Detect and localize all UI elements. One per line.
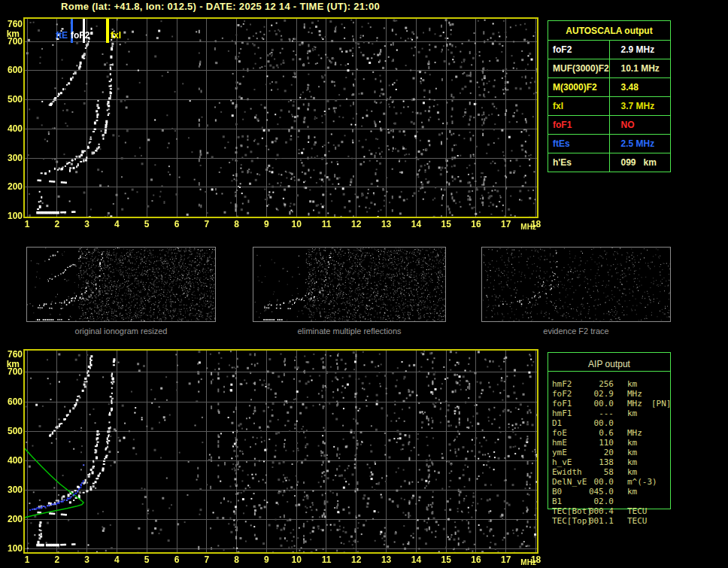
autoscala-screen: Rome (lat: +41.8, lon: 012.5) - DATE: 20… xyxy=(0,0,728,568)
ionogram-bottom-x-tick-15: 15 xyxy=(441,555,451,564)
ionogram-top-x-tick-9: 9 xyxy=(264,220,269,229)
autoscala-output-table: AUTOSCALA output foF22.9 MHzMUF(3000)F21… xyxy=(548,20,671,172)
aip-param-value: 02.0 xyxy=(578,497,614,506)
ionogram-top-y-tick-500: 500 xyxy=(0,95,23,104)
autoscala-param-label: M(3000)F2 xyxy=(548,78,610,97)
ionogram-top-x-tick-3: 3 xyxy=(84,220,89,229)
aip-param-value: 00.0 xyxy=(578,418,614,428)
aip-param-value: 045.0 xyxy=(578,487,614,497)
aip-param-label: h_vE xyxy=(552,457,572,467)
ionogram-top-y-tick-700: 700 xyxy=(0,37,23,46)
ionogram-top-x-tick-4: 4 xyxy=(114,220,120,229)
autoscala-row-muf3000f2: MUF(3000)F210.1 MHz xyxy=(548,59,671,78)
autoscala-param-value: 2.9 MHz xyxy=(609,41,671,59)
autoscala-param-value: NO xyxy=(609,116,671,135)
ionogram-top-y-tick-km: km xyxy=(0,29,20,38)
ionogram-top-x-tick-18: 18 xyxy=(531,220,541,229)
aip-parameter-list: hmF2256kmfoF202.9MHzfoF100.0MHz[PN]hmF1-… xyxy=(548,379,728,530)
ionogram-bottom-y-tick-760: 760 xyxy=(0,350,23,359)
aip-param-label: ymE xyxy=(552,448,567,457)
autoscala-param-label: MUF(3000)F2 xyxy=(548,59,610,78)
page-title: Rome (lat: +41.8, lon: 012.5) - DATE: 20… xyxy=(25,1,416,12)
ionogram-top-x-axis-unit: MHz xyxy=(520,223,536,232)
profile-ionogram-plot xyxy=(23,349,538,554)
profile-ionogram-canvas xyxy=(25,351,537,552)
ionogram-bottom-x-tick-2: 2 xyxy=(54,555,59,564)
caption-eliminate-reflections: eliminate multiple reflections xyxy=(253,327,446,336)
autoscala-param-label: foF1 xyxy=(548,116,610,135)
ionogram-top-x-tick-6: 6 xyxy=(174,220,180,229)
aip-row-ewidth: Ewidth58km xyxy=(548,467,728,477)
autoscala-row-fof1: foF1NO xyxy=(548,116,671,135)
ionogram-top-y-tick-300: 300 xyxy=(0,153,23,163)
aip-param-value: --- xyxy=(578,409,614,418)
ionogram-bottom-x-tick-8: 8 xyxy=(234,555,239,564)
aip-param-value: 00.0 xyxy=(578,399,614,409)
autoscala-row-hes: h'Es099 km xyxy=(548,153,671,172)
ionogram-top-x-tick-1: 1 xyxy=(25,220,30,229)
aip-param-value: 001.1 xyxy=(578,516,614,526)
ionogram-top-x-tick-2: 2 xyxy=(54,220,59,229)
autoscala-param-label: fxI xyxy=(548,97,610,116)
autoscala-param-label: foF2 xyxy=(548,41,610,59)
aip-param-value: 000.4 xyxy=(578,506,614,516)
aip-param-unit: TECU xyxy=(627,516,648,526)
autoscala-param-label: ftEs xyxy=(548,135,610,153)
aip-row-fof1: foF100.0MHz[PN] xyxy=(548,399,728,409)
aip-param-label: foF2 xyxy=(552,389,572,399)
aip-param-unit: km xyxy=(627,467,637,477)
ionogram-top-x-tick-12: 12 xyxy=(351,220,361,229)
ionogram-top-y-tick-600: 600 xyxy=(0,65,23,74)
aip-param-unit: MHz xyxy=(627,389,642,399)
aip-param-value: 0.6 xyxy=(578,428,614,438)
ionogram-bottom-x-tick-12: 12 xyxy=(351,555,361,564)
ionogram-top-x-tick-11: 11 xyxy=(322,220,332,229)
aip-param-label: B0 xyxy=(552,487,562,497)
thumbnail-no-multiples-canvas xyxy=(253,248,445,321)
aip-param-value: 02.9 xyxy=(578,389,614,399)
ionogram-bottom-x-tick-3: 3 xyxy=(84,555,89,564)
aip-param-unit: km xyxy=(627,457,637,467)
aip-param-label: foE xyxy=(552,428,567,438)
ionogram-top-x-tick-17: 17 xyxy=(501,220,511,229)
aip-row-tectop: TEC[Top]001.1TECU xyxy=(548,516,728,526)
autoscala-param-value: 099 km xyxy=(609,153,671,172)
ionogram-top-x-tick-8: 8 xyxy=(234,220,239,229)
aip-row-hmf2: hmF2256km xyxy=(548,379,728,389)
ionogram-bottom-x-axis-unit: MHz xyxy=(520,558,536,567)
autoscala-table-title: AUTOSCALA output xyxy=(548,21,671,41)
aip-param-label: B1 xyxy=(552,497,562,506)
caption-original-ionogram: original ionogram resized xyxy=(26,327,216,336)
ionogram-top-x-tick-5: 5 xyxy=(144,220,150,229)
aip-param-value: 256 xyxy=(578,379,614,389)
thumbnail-no-multiples xyxy=(253,247,446,322)
aip-param-unit: km xyxy=(627,409,637,418)
aip-param-extra: [PN] xyxy=(651,399,672,409)
thumbnail-f2-trace-canvas xyxy=(482,248,670,321)
autoscala-param-value: 10.1 MHz xyxy=(609,59,671,78)
aip-param-label: D1 xyxy=(552,418,562,428)
ionogram-bottom-y-tick-100: 100 xyxy=(0,544,23,553)
aip-param-unit: m^(-3) xyxy=(627,477,657,487)
ionogram-top-y-tick-200: 200 xyxy=(0,182,23,191)
aip-param-unit: MHz xyxy=(627,428,642,438)
ionogram-top-y-tick-400: 400 xyxy=(0,124,23,133)
ionogram-bottom-x-tick-7: 7 xyxy=(204,555,209,564)
ionogram-bottom-x-tick-9: 9 xyxy=(264,555,269,564)
aip-row-b1: B102.0 xyxy=(548,497,728,506)
aip-row-foe: foE0.6MHz xyxy=(548,428,728,438)
aip-param-label: hmF1 xyxy=(552,409,572,418)
ionogram-bottom-x-tick-10: 10 xyxy=(292,555,302,564)
autoscala-param-value: 2.5 MHz xyxy=(609,135,671,153)
ionogram-bottom-x-tick-13: 13 xyxy=(381,555,391,564)
ionogram-bottom-x-tick-16: 16 xyxy=(471,555,481,564)
autoscala-row-fxi: fxI3.7 MHz xyxy=(548,97,671,116)
ionogram-top-y-tick-760: 760 xyxy=(0,20,23,29)
ionogram-bottom-y-tick-400: 400 xyxy=(0,456,23,465)
aip-param-label: foF1 xyxy=(552,399,572,409)
ionogram-bottom-x-tick-4: 4 xyxy=(114,555,120,564)
ionogram-top-x-tick-14: 14 xyxy=(411,220,421,229)
ionogram-top-x-tick-7: 7 xyxy=(204,220,209,229)
aip-row-yme: ymE20km xyxy=(548,448,728,457)
aip-param-value: 58 xyxy=(578,467,614,477)
